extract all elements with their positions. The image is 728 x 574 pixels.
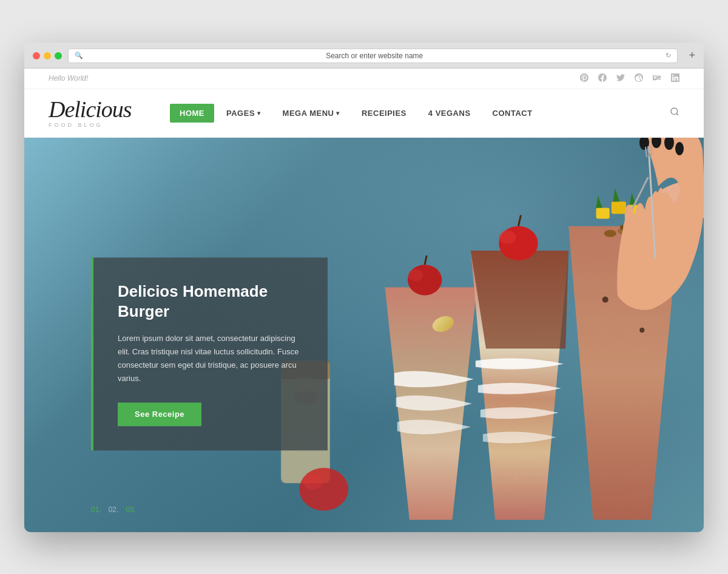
top-bar: Hello World! [24,69,704,89]
close-button[interactable] [33,52,40,59]
linkedin-icon[interactable] [671,73,679,84]
traffic-lights [33,52,62,59]
hand-overlay [552,138,704,320]
nav-item-receipies[interactable]: RECEIPIES [352,104,416,123]
svg-line-1 [676,113,678,115]
slide-dot-1[interactable]: 01. [91,505,101,514]
hero-section: Delicios Homemade Burger Lorem ipsum dol… [24,138,704,532]
pages-dropdown-icon: ▾ [257,110,261,116]
nav-search-icon[interactable] [670,107,679,119]
facebook-icon[interactable] [598,73,607,84]
social-icons-bar [580,73,679,84]
nav-menu: HOME PAGES ▾ MEGA MENU ▾ RECEIPIES 4 VEG… [170,104,679,123]
svg-point-3 [408,269,423,281]
browser-window: 🔍 Search or enter website name ↻ + Hello… [24,42,704,532]
slide-dot-2[interactable]: 02. [109,505,119,514]
logo-area: Delicious FOOD BLOG [49,98,170,128]
svg-line-4 [425,255,426,265]
nav-item-pages[interactable]: PAGES ▾ [217,104,271,123]
logo-tagline: FOOD BLOG [49,122,170,128]
navbar: Delicious FOOD BLOG HOME PAGES ▾ MEGA ME… [24,89,704,138]
minimize-button[interactable] [44,52,51,59]
nav-item-contact[interactable]: CONTACT [483,104,542,123]
website-content: Hello World! [24,69,704,532]
svg-point-33 [303,473,322,489]
svg-point-0 [671,108,678,115]
browser-chrome: 🔍 Search or enter website name ↻ + [24,42,704,69]
address-text: Search or enter website name [87,52,662,60]
hero-card: Delicios Homemade Burger Lorem ipsum dol… [91,257,328,451]
nav-item-mega-menu[interactable]: MEGA MENU ▾ [273,104,349,123]
svg-point-7 [499,230,516,243]
mega-menu-dropdown-icon: ▾ [336,110,340,116]
svg-line-8 [519,215,521,226]
slide-dot-3[interactable]: 03. [126,505,136,514]
svg-point-32 [299,468,348,511]
svg-point-19 [639,328,644,333]
greeting-text: Hello World! [49,74,88,83]
see-recipe-button[interactable]: See Receipe [118,403,201,427]
dribbble-icon[interactable] [635,73,643,84]
hero-title: Delicios Homemade Burger [118,282,303,323]
new-tab-button[interactable]: + [689,49,695,62]
nav-item-home[interactable]: HOME [170,104,214,123]
behance-icon[interactable] [653,73,661,84]
nav-item-vegans[interactable]: 4 VEGANS [419,104,480,123]
slide-indicators: 01. 02. 03. [91,505,136,514]
search-icon: 🔍 [75,52,83,59]
twitter-icon[interactable] [616,73,625,84]
hero-description: Lorem ipsum dolor sit amet, consectetur … [118,333,303,386]
svg-point-37 [675,142,684,155]
svg-line-41 [651,146,652,156]
pinterest-icon[interactable] [580,73,588,84]
refresh-button[interactable]: ↻ [666,52,671,59]
maximize-button[interactable] [55,52,62,59]
logo-text[interactable]: Delicious [49,98,170,121]
address-bar[interactable]: 🔍 Search or enter website name ↻ [68,49,678,63]
